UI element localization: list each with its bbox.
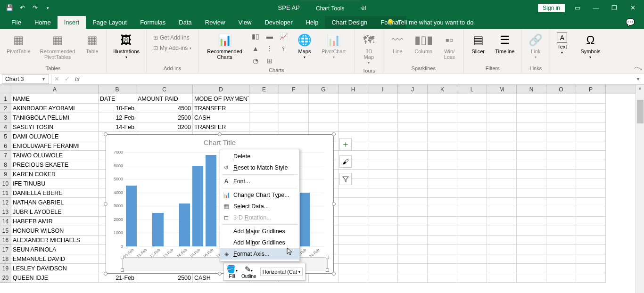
cell[interactable]: NATHAN GABRIEL <box>11 198 99 207</box>
cell[interactable] <box>517 188 546 198</box>
cell[interactable] <box>576 245 606 254</box>
ctx-delete[interactable]: Delete <box>220 151 299 162</box>
cell[interactable] <box>546 273 576 283</box>
column-header[interactable]: O <box>546 85 576 94</box>
cell[interactable] <box>546 160 576 170</box>
chart-bar-icon[interactable]: ▬ <box>263 31 276 42</box>
chart-bar[interactable] <box>192 166 203 246</box>
ribbon-display-icon[interactable]: ▭ <box>572 3 583 13</box>
cell[interactable] <box>517 170 546 179</box>
cell[interactable] <box>517 94 546 104</box>
chart-bar[interactable] <box>126 186 137 246</box>
row-header[interactable]: 12 <box>0 198 11 207</box>
chart-title[interactable]: Chart Title <box>106 135 333 147</box>
3d-map-button[interactable]: 🗺3D Map▾ <box>358 31 379 67</box>
text-button[interactable]: AText▾ <box>554 31 570 57</box>
cell[interactable]: SEUN ARINOLA <box>11 245 99 254</box>
column-header[interactable]: N <box>517 85 546 94</box>
cell[interactable] <box>368 170 398 179</box>
cell[interactable]: PRECIOUS EKAETE <box>11 160 99 170</box>
cell[interactable] <box>309 113 339 122</box>
cell[interactable] <box>576 198 606 207</box>
cell[interactable]: 10-Feb <box>99 104 136 113</box>
cell[interactable] <box>457 217 487 226</box>
cell[interactable] <box>428 264 457 273</box>
row-header[interactable]: 17 <box>0 245 11 254</box>
symbols-button[interactable]: ΩSymbols▾ <box>578 31 603 61</box>
row-header[interactable]: 4 <box>0 122 11 132</box>
cell[interactable] <box>457 160 487 170</box>
cell[interactable] <box>428 207 457 217</box>
cell[interactable] <box>576 170 606 179</box>
cell[interactable] <box>368 245 398 254</box>
close-icon[interactable]: ✕ <box>627 3 638 13</box>
cell[interactable] <box>279 122 309 132</box>
cell[interactable] <box>487 151 517 160</box>
cell[interactable] <box>339 254 368 264</box>
cell[interactable] <box>487 273 517 283</box>
cell[interactable] <box>398 264 428 273</box>
cell[interactable] <box>576 132 606 141</box>
cell[interactable] <box>576 226 606 236</box>
chart-y-axis[interactable]: 01000200030004000500060007000 <box>109 152 123 246</box>
cell[interactable] <box>279 113 309 122</box>
row-header[interactable]: 13 <box>0 207 11 217</box>
row-header[interactable]: 5 <box>0 132 11 141</box>
cell[interactable] <box>576 94 606 104</box>
cell[interactable] <box>368 207 398 217</box>
cell[interactable] <box>517 245 546 254</box>
cell[interactable] <box>457 151 487 160</box>
cell[interactable] <box>517 264 546 273</box>
cell[interactable] <box>487 113 517 122</box>
chart-bar[interactable] <box>206 155 216 246</box>
recommended-charts-button[interactable]: 📊Recommended Charts <box>204 31 245 62</box>
cell[interactable] <box>487 179 517 188</box>
cell[interactable] <box>517 273 546 283</box>
cell[interactable] <box>487 207 517 217</box>
cell[interactable] <box>517 113 546 122</box>
column-header[interactable]: K <box>428 85 457 94</box>
cell[interactable]: DANIELLA EBERE <box>11 188 99 198</box>
cell[interactable] <box>457 188 487 198</box>
cell[interactable]: ALEXANDER MICHAELS <box>11 236 99 245</box>
cell[interactable] <box>546 94 576 104</box>
chart-bar[interactable] <box>179 203 190 246</box>
cell[interactable] <box>487 94 517 104</box>
sparkline-line-button[interactable]: 〰Line <box>387 31 408 56</box>
cell[interactable] <box>428 122 457 132</box>
scrollbar-thumb[interactable] <box>637 100 644 123</box>
tab-file[interactable]: File <box>5 16 28 29</box>
cell[interactable] <box>398 207 428 217</box>
cell[interactable] <box>517 160 546 170</box>
cell[interactable] <box>398 254 428 264</box>
cell[interactable] <box>546 217 576 226</box>
cell[interactable]: TRANSFER <box>193 104 249 113</box>
axis-handle[interactable] <box>121 256 124 259</box>
cell[interactable] <box>517 236 546 245</box>
cell[interactable] <box>368 160 398 170</box>
cell[interactable] <box>576 141 606 151</box>
cell[interactable] <box>428 132 457 141</box>
collapse-ribbon-icon[interactable]: ︿ <box>634 63 640 71</box>
sparkline-column-button[interactable]: ▮▯▮Column <box>412 31 435 56</box>
get-addins-button[interactable]: ⊞Get Add-ins <box>150 33 192 42</box>
outline-button[interactable]: ✎▾Outline <box>241 265 256 279</box>
cell[interactable] <box>428 179 457 188</box>
tab-view[interactable]: View <box>231 16 258 29</box>
cell[interactable] <box>309 104 339 113</box>
chart-element-dropdown[interactable]: Horizontal (Cat▾ <box>260 268 303 276</box>
column-header[interactable]: B <box>99 85 136 94</box>
cell[interactable]: HABEEB AMIR <box>11 217 99 226</box>
cell[interactable] <box>339 122 368 132</box>
cell[interactable] <box>457 254 487 264</box>
cell[interactable] <box>576 273 606 283</box>
cell[interactable] <box>398 160 428 170</box>
cell[interactable]: AMOUNT PAID <box>136 94 193 104</box>
comments-icon[interactable]: 💬 <box>624 16 637 29</box>
cell[interactable] <box>546 188 576 198</box>
cell[interactable]: 2500 <box>136 113 193 122</box>
chart-elements-button[interactable]: ＋ <box>339 138 352 150</box>
cell[interactable] <box>576 188 606 198</box>
chart-handle-bm[interactable] <box>218 272 222 276</box>
cell[interactable] <box>368 188 398 198</box>
